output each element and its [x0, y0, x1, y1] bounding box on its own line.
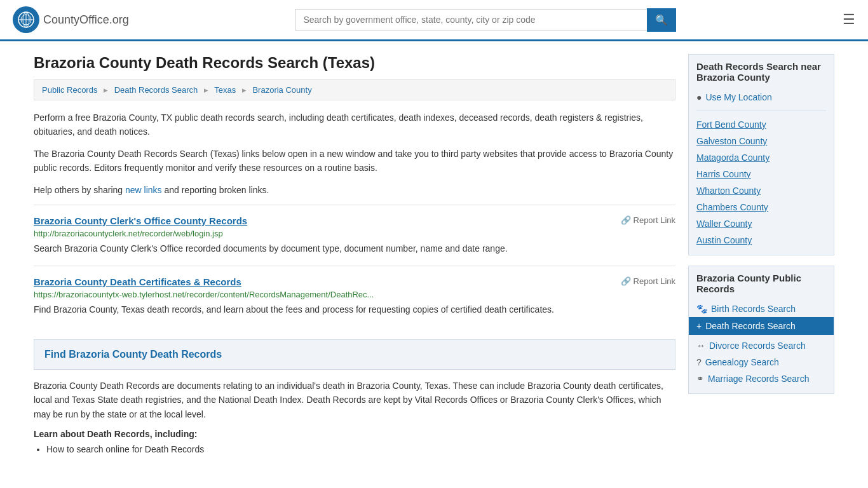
sidebar-death-records[interactable]: + Death Records Search [689, 317, 834, 335]
description-3: Help others by sharing new links and rep… [34, 183, 675, 197]
search-button[interactable]: 🔍 [647, 8, 676, 32]
logo-area: CountyOffice.org [13, 6, 129, 33]
sidebar-nearby-section: Death Records Search near Brazoria Count… [688, 54, 834, 255]
menu-button[interactable]: ☰ [843, 11, 855, 28]
record-url-2[interactable]: https://brazoriacountytx-web.tylerhost.n… [34, 290, 675, 299]
description-1: Perform a free Brazoria County, TX publi… [34, 111, 675, 139]
bullet-list: How to search online for Death Records [46, 444, 675, 454]
search-area: 🔍 [295, 8, 676, 32]
breadcrumb-death-records[interactable]: Death Records Search [114, 85, 198, 95]
breadcrumb-brazoria[interactable]: Brazoria County [252, 85, 311, 95]
nearby-waller[interactable]: Waller County [696, 215, 826, 232]
sidebar-genealogy[interactable]: ? Genealogy Search [696, 354, 826, 370]
record-desc-2: Find Brazoria County, Texas death record… [34, 303, 675, 316]
sidebar-marriage-records[interactable]: ⚭ Marriage Records Search [696, 370, 826, 387]
logo-text: CountyOffice.org [43, 13, 129, 27]
record-title-2[interactable]: Brazoria County Death Certificates & Rec… [34, 276, 241, 287]
sidebar-divider-1 [696, 111, 826, 111]
record-title-1[interactable]: Brazoria County Clerk's Office County Re… [34, 215, 247, 226]
content-area: Brazoria County Death Records Search (Te… [34, 54, 675, 457]
nearby-galveston[interactable]: Galveston County [696, 133, 826, 149]
find-section: Find Brazoria County Death Records [34, 339, 675, 370]
main-container: Brazoria County Death Records Search (Te… [21, 41, 847, 470]
breadcrumb-texas[interactable]: Texas [214, 85, 236, 95]
use-my-location[interactable]: ● Use My Location [696, 89, 826, 105]
sidebar-public-records-section: Brazoria County Public Records 🐾 Birth R… [688, 266, 834, 394]
marriage-icon: ⚭ [696, 374, 704, 384]
search-input[interactable] [295, 9, 647, 30]
nearby-chambers[interactable]: Chambers County [696, 199, 826, 215]
list-item: How to search online for Death Records [46, 444, 675, 454]
sidebar-nearby-title: Death Records Search near Brazoria Count… [696, 61, 826, 83]
nearby-matagorda[interactable]: Matagorda County [696, 149, 826, 166]
logo-icon [13, 6, 39, 33]
breadcrumb-public-records[interactable]: Public Records [42, 85, 97, 95]
birth-icon: 🐾 [696, 304, 707, 314]
location-icon: ● [696, 92, 702, 102]
page-title: Brazoria County Death Records Search (Te… [34, 54, 675, 72]
description-2: The Brazoria County Death Records Search… [34, 147, 675, 175]
nearby-wharton[interactable]: Wharton County [696, 182, 826, 199]
genealogy-icon: ? [696, 357, 702, 367]
body-text: Brazoria County Death Records are docume… [34, 379, 675, 421]
new-links-link[interactable]: new links [125, 185, 162, 195]
header: CountyOffice.org 🔍 ☰ [0, 0, 868, 41]
breadcrumb: Public Records ▸ Death Records Search ▸ … [34, 79, 675, 100]
record-desc-1: Search Brazoria County Clerk's Office re… [34, 242, 675, 255]
sidebar-divorce-records[interactable]: ↔ Divorce Records Search [696, 337, 826, 354]
nearby-harris[interactable]: Harris County [696, 166, 826, 182]
report-link-1[interactable]: 🔗 Report Link [621, 215, 675, 225]
nearby-austin[interactable]: Austin County [696, 232, 826, 248]
divorce-icon: ↔ [696, 341, 705, 351]
report-link-2[interactable]: 🔗 Report Link [621, 276, 675, 286]
record-url-1[interactable]: http://brazoriacountyclerk.net/recorder/… [34, 229, 675, 238]
nearby-fort-bend[interactable]: Fort Bend County [696, 116, 826, 133]
find-section-title: Find Brazoria County Death Records [44, 349, 665, 360]
sidebar-public-records-title: Brazoria County Public Records [696, 273, 826, 294]
death-icon: + [696, 321, 702, 331]
learn-title: Learn about Death Records, including: [34, 429, 675, 439]
record-link-2: Brazoria County Death Certificates & Rec… [34, 266, 675, 327]
sidebar-birth-records[interactable]: 🐾 Birth Records Search [696, 301, 826, 317]
record-link-1: Brazoria County Clerk's Office County Re… [34, 205, 675, 266]
sidebar: Death Records Search near Brazoria Count… [688, 54, 834, 457]
